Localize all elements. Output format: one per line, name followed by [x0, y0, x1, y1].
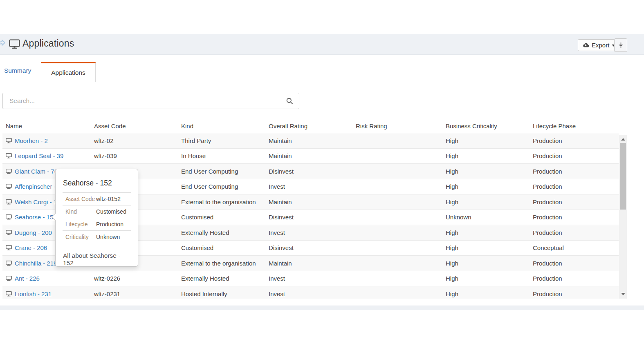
scroll-up-arrow-icon[interactable] [621, 138, 625, 141]
overall-rating-cell: Disinvest [269, 168, 356, 175]
panel-bottom-strip [0, 306, 644, 310]
lifecycle-phase-cell: Production [533, 137, 619, 144]
business-criticality-cell: High [446, 290, 533, 297]
kind-cell: In House [181, 152, 269, 159]
name-cell: Ant - 226 [6, 275, 94, 282]
business-criticality-cell: High [446, 168, 533, 175]
popover-field-row: Lifecycle Production [63, 218, 131, 230]
application-name-link[interactable]: Affenpinscher - 1 [15, 183, 61, 190]
kind-cell: End User Computing [181, 168, 269, 175]
monitor-icon [9, 39, 20, 49]
application-monitor-icon [6, 230, 12, 235]
application-name-link[interactable]: Ant - 226 [15, 275, 40, 282]
popover-all-about-link[interactable]: All about Seahorse - 152 [63, 252, 131, 267]
business-criticality-cell: High [446, 260, 533, 267]
overall-rating-cell: Invest [269, 275, 356, 282]
application-monitor-icon [6, 276, 12, 281]
kind-cell: End User Computing [181, 183, 269, 190]
business-criticality-cell: High [446, 229, 533, 236]
application-name-link[interactable]: Crane - 206 [15, 244, 47, 251]
scrollbar-thumb[interactable] [620, 143, 626, 210]
asset-code-cell: wltz-039 [94, 152, 181, 159]
lifecycle-phase-cell: Conceptual [533, 244, 619, 251]
business-criticality-cell: High [446, 199, 533, 205]
column-header-asset-code[interactable]: Asset Code [94, 123, 181, 129]
overall-rating-cell: Maintain [269, 152, 356, 159]
application-monitor-icon [6, 153, 12, 158]
popover-field-row: Asset Code wltz-0152 [63, 192, 131, 205]
name-cell: Moorhen - 2 [6, 137, 94, 144]
column-header-name[interactable]: Name [6, 123, 94, 129]
search-input[interactable] [3, 93, 299, 109]
scroll-down-arrow-icon[interactable] [621, 293, 625, 295]
table-row: Lionfish - 231 wltz-0231 Hosted Internal… [2, 286, 619, 299]
column-header-kind[interactable]: Kind [181, 123, 269, 129]
application-monitor-icon [6, 214, 12, 220]
tab-applications[interactable]: Applications [41, 62, 96, 82]
table-row: Ant - 226 wltz-0226 Externally Hosted In… [2, 271, 619, 287]
application-name-link[interactable]: Seahorse - 152 [15, 214, 57, 221]
kind-cell: Externally Hosted [181, 229, 269, 236]
overall-rating-cell: Invest [269, 290, 356, 297]
application-name-link[interactable]: Giant Clam - 76 [15, 168, 58, 175]
application-name-link[interactable]: Leopard Seal - 39 [15, 152, 63, 159]
kind-cell: External to the organisation [181, 260, 269, 267]
column-header-overall-rating[interactable]: Overall Rating [269, 123, 356, 129]
popover-field-row: Kind Customised [63, 205, 131, 218]
application-monitor-icon [6, 138, 12, 143]
application-name-link[interactable]: Moorhen - 2 [15, 137, 48, 144]
title-bar: Applications Export [0, 34, 644, 55]
column-header-lifecycle-phase[interactable]: Lifecycle Phase [533, 123, 619, 129]
application-popover: Seahorse - 152 Asset Code wltz-0152 Kind… [55, 169, 138, 267]
table-row: Leopard Seal - 39 wltz-039 In House Main… [2, 149, 619, 164]
overall-rating-cell: Maintain [269, 260, 356, 267]
magnifier-icon[interactable] [286, 97, 294, 105]
application-monitor-icon [6, 245, 12, 250]
popover-field-row: Criticality Unknown [63, 230, 131, 243]
overall-rating-cell: Invest [269, 229, 356, 236]
name-cell: Leopard Seal - 39 [6, 152, 94, 159]
asset-code-cell: wltz-0226 [94, 275, 181, 282]
lifecycle-phase-cell: Production [533, 229, 619, 236]
business-criticality-cell: High [446, 275, 533, 282]
asset-code-cell: wltz-02 [94, 137, 181, 144]
popover-field-label: Asset Code [65, 196, 96, 202]
popover-field-label: Lifecycle [65, 221, 96, 228]
kind-cell: Hosted Internally [181, 290, 269, 297]
column-header-business-criticality[interactable]: Business Criticality [446, 123, 533, 129]
business-criticality-cell: High [446, 137, 533, 144]
popover-title: Seahorse - 152 [63, 179, 131, 187]
application-name-link[interactable]: Dugong - 200 [15, 229, 52, 236]
overall-rating-cell: Maintain [269, 137, 356, 144]
lifecycle-phase-cell: Production [533, 290, 619, 297]
lifecycle-phase-cell: Production [533, 152, 619, 159]
table-row: Moorhen - 2 wltz-02 Third Party Maintain… [2, 133, 619, 149]
popover-arrow-icon [52, 213, 56, 221]
overall-rating-cell: Disinvest [269, 244, 356, 251]
application-name-link[interactable]: Lionfish - 231 [15, 290, 52, 297]
lifecycle-phase-cell: Production [533, 199, 619, 205]
business-criticality-cell: Unknown [446, 214, 533, 221]
lifecycle-phase-cell: Production [533, 214, 619, 221]
application-name-link[interactable]: Chinchilla - 219 [15, 260, 57, 267]
vertical-scrollbar[interactable] [619, 135, 627, 299]
column-header-risk-rating[interactable]: Risk Rating [356, 123, 446, 129]
kind-cell: External to the organisation [181, 199, 269, 205]
search-box [2, 93, 299, 109]
business-criticality-cell: High [446, 152, 533, 159]
application-monitor-icon [6, 199, 12, 205]
cloud-download-icon [582, 42, 589, 48]
kind-cell: Customised [181, 244, 269, 251]
application-monitor-icon [6, 291, 12, 297]
application-monitor-icon [6, 169, 12, 174]
forward-arrow-icon[interactable] [0, 39, 6, 49]
tab-summary[interactable]: Summary [4, 67, 31, 74]
column-settings-button[interactable] [614, 38, 627, 52]
business-criticality-cell: High [446, 183, 533, 190]
export-button-label: Export [592, 42, 609, 49]
page-title: Applications [22, 38, 74, 49]
kind-cell: Third Party [181, 137, 269, 144]
popover-field-value: wltz-0152 [96, 196, 121, 202]
popover-field-label: Criticality [65, 234, 96, 240]
application-monitor-icon [6, 261, 12, 266]
